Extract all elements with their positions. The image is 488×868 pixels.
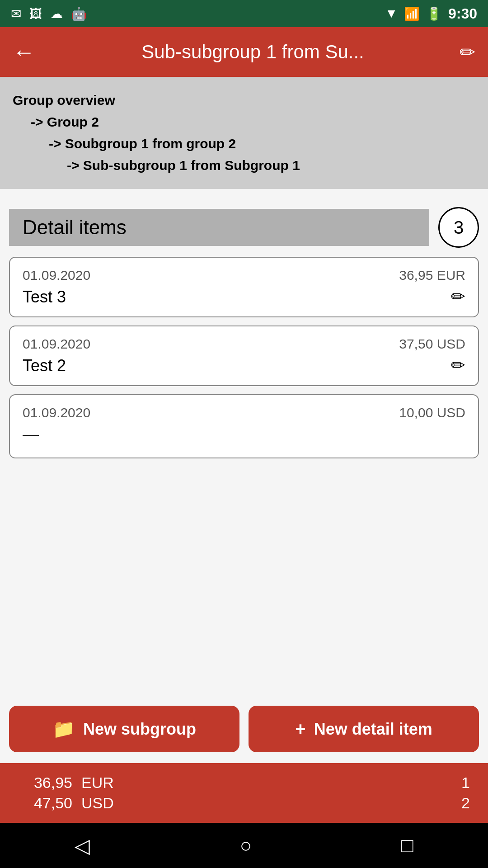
summary-amounts: 36,95 EUR 47,50 USD [18, 774, 114, 812]
item-card-3-top: 01.09.2020 10,00 USD [23, 405, 465, 420]
summary-row-2: 47,50 USD [18, 794, 114, 812]
signal-icon: 📶 [404, 6, 420, 21]
item-3-desc: — [23, 425, 39, 443]
cloud-icon: ☁ [50, 6, 63, 21]
app-bar-title: Sub-subgroup 1 from Su... [46, 41, 460, 63]
status-time: 9:30 [448, 5, 477, 22]
android-icon: 🤖 [71, 6, 87, 21]
breadcrumb-level2: -> Soubgroup 1 from group 2 [13, 133, 475, 155]
item-2-date: 01.09.2020 [23, 336, 90, 352]
wifi-icon: ▼ [385, 6, 398, 21]
nav-home-icon[interactable]: ○ [239, 834, 252, 857]
nav-back-icon[interactable]: ◁ [75, 834, 90, 857]
summary-value-1: 36,95 [18, 774, 72, 792]
detail-items-count: 3 [438, 207, 479, 248]
summary-counts: 1 2 [461, 774, 470, 812]
items-list: 01.09.2020 36,95 EUR Test 3 ✏ 01.09.2020… [0, 257, 488, 695]
item-1-date: 01.09.2020 [23, 268, 90, 283]
section-spacer [0, 189, 488, 207]
item-1-desc: Test 3 [23, 288, 66, 306]
summary-count-2: 2 [461, 794, 470, 812]
nav-recents-icon[interactable]: □ [401, 834, 413, 857]
battery-icon: 🔋 [426, 6, 442, 21]
nav-bar: ◁ ○ □ [0, 823, 488, 868]
breadcrumb-area: Group overview -> Group 2 -> Soubgroup 1… [0, 77, 488, 189]
item-2-edit-button[interactable]: ✏ [451, 355, 465, 375]
item-3-amount: 10,00 USD [399, 405, 465, 420]
breadcrumb-level3: -> Sub-subgroup 1 from Subgroup 1 [13, 155, 475, 176]
detail-items-label-bg: Detail items [9, 209, 429, 246]
status-bar-left: ✉ 🖼 ☁ 🤖 [11, 6, 87, 21]
status-bar-right: ▼ 📶 🔋 9:30 [385, 5, 477, 22]
breadcrumb-root: Group overview [13, 90, 475, 111]
new-detail-icon: + [295, 719, 305, 739]
item-card-2[interactable]: 01.09.2020 37,50 USD Test 2 ✏ [9, 326, 479, 386]
item-1-amount: 36,95 EUR [399, 268, 465, 283]
new-subgroup-icon: 📁 [52, 718, 75, 740]
summary-count-1: 1 [461, 774, 470, 792]
back-button[interactable]: ← [13, 41, 35, 63]
item-3-date: 01.09.2020 [23, 405, 90, 420]
item-card-1-top: 01.09.2020 36,95 EUR [23, 268, 465, 283]
status-bar: ✉ 🖼 ☁ 🤖 ▼ 📶 🔋 9:30 [0, 0, 488, 27]
edit-title-button[interactable]: ✏ [460, 41, 475, 63]
summary-currency-2: USD [81, 794, 114, 812]
new-subgroup-button[interactable]: 📁 New subgroup [9, 706, 239, 752]
summary-footer: 36,95 EUR 47,50 USD 1 2 [0, 763, 488, 823]
item-2-desc: Test 2 [23, 356, 66, 375]
item-card-3[interactable]: 01.09.2020 10,00 USD — [9, 394, 479, 458]
item-card-2-top: 01.09.2020 37,50 USD [23, 336, 465, 352]
app-bar: ← Sub-subgroup 1 from Su... ✏ [0, 27, 488, 77]
mail-icon: ✉ [11, 6, 21, 21]
new-detail-item-button[interactable]: + New detail item [249, 706, 479, 752]
item-1-edit-button[interactable]: ✏ [451, 287, 465, 307]
item-card-1[interactable]: 01.09.2020 36,95 EUR Test 3 ✏ [9, 257, 479, 317]
bottom-buttons: 📁 New subgroup + New detail item [0, 695, 488, 763]
summary-value-2: 47,50 [18, 794, 72, 812]
item-2-amount: 37,50 USD [399, 336, 465, 352]
detail-items-label: Detail items [23, 216, 127, 238]
summary-row-1: 36,95 EUR [18, 774, 114, 792]
new-detail-label: New detail item [314, 720, 432, 739]
summary-currency-1: EUR [81, 774, 114, 792]
breadcrumb-level1: -> Group 2 [13, 111, 475, 133]
image-icon: 🖼 [29, 6, 42, 21]
detail-items-header: Detail items 3 [0, 207, 488, 248]
new-subgroup-label: New subgroup [83, 720, 196, 739]
